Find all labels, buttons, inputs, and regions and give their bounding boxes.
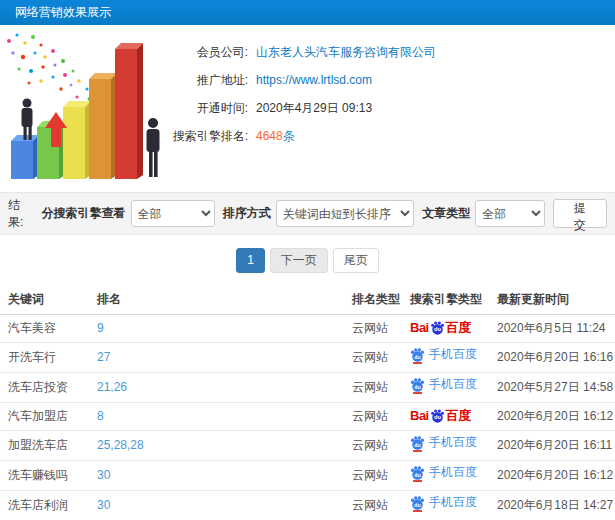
engine-cell: Bai du 百度 <box>402 403 489 431</box>
rank-cell: 21,26 <box>89 373 344 403</box>
keyword-cell: 汽车加盟店 <box>0 403 89 431</box>
col-rank: 排名 <box>89 285 344 315</box>
bar-yellow <box>63 101 91 179</box>
pagination: 1 下一页 尾页 <box>0 248 615 273</box>
open-time-value: 2020年4月29日 09:13 <box>256 100 372 117</box>
company-row: 会员公司: 山东老人头汽车服务咨询有限公司 <box>160 38 615 66</box>
engine-rank-value: 4648条 <box>256 128 295 145</box>
svg-text:du: du <box>414 384 420 390</box>
submit-button[interactable]: 提交 <box>553 199 607 228</box>
businessman-right <box>147 118 160 177</box>
rank-link[interactable]: 27 <box>97 350 110 364</box>
rank-cell: 30 <box>89 491 344 520</box>
keyword-cell: 洗车店利润 <box>0 491 89 520</box>
update-time-cell: 2020年5月27日 14:58 <box>489 373 615 403</box>
table-row: 加盟洗车店 25,28,28 云网站 du 手机百度 2020年6月20日 16… <box>0 431 615 461</box>
next-page-button[interactable]: 下一页 <box>270 248 328 273</box>
baidu-paw-icon: du <box>430 408 445 423</box>
open-time-row: 开通时间: 2020年4月29日 09:13 <box>160 94 615 122</box>
red-underline <box>413 480 422 482</box>
table-row: 洗车赚钱吗 30 云网站 du 手机百度 2020年6月20日 16:12 <box>0 461 615 491</box>
col-rank-type: 排名类型 <box>344 285 402 315</box>
update-time-cell: 2020年6月20日 16:12 <box>489 403 615 431</box>
rank-type-cell: 云网站 <box>344 343 402 373</box>
svg-text:du: du <box>414 502 420 508</box>
engine-cell: du 手机百度 <box>402 461 489 491</box>
confetti-dots <box>7 33 97 100</box>
engine-view-label: 分搜索引擎查看 <box>42 205 126 222</box>
promo-url-link[interactable]: https://www.lrtlsd.com <box>256 73 372 87</box>
titlebar: 网络营销效果展示 <box>0 0 615 25</box>
bar-orange <box>89 73 117 179</box>
engine-cell: Bai du 百度 <box>402 315 489 343</box>
article-type-select[interactable]: 全部 <box>475 200 544 227</box>
svg-text:du: du <box>414 354 420 360</box>
mobile-baidu-paw-icon: du <box>410 435 425 450</box>
rank-cell: 25,28,28 <box>89 431 344 461</box>
col-keyword: 关键词 <box>0 285 89 315</box>
sort-mode-select[interactable]: 关键词由短到长排序 <box>276 200 414 227</box>
engine-cell: du 手机百度 <box>402 343 489 373</box>
mobile-baidu-badge: du 手机百度 <box>410 465 477 480</box>
table-row: 开洗车行 27 云网站 du 手机百度 2020年6月20日 16:16 <box>0 343 615 373</box>
update-time-cell: 2020年6月5日 11:24 <box>489 315 615 343</box>
page-button-1[interactable]: 1 <box>236 248 265 273</box>
rank-link[interactable]: 8 <box>97 409 104 423</box>
svg-text:du: du <box>414 472 420 478</box>
results-table: 关键词 排名 排名类型 搜索引擎类型 最新更新时间 汽车美容 9 云网站 Bai… <box>0 285 615 520</box>
rank-link[interactable]: 9 <box>97 321 104 335</box>
rank-link[interactable]: 21,26 <box>97 380 127 394</box>
engine-rank-row: 搜索引擎排名: 4648条 <box>160 122 615 150</box>
svg-text:du: du <box>434 414 441 420</box>
rank-count: 4648 <box>256 129 283 143</box>
col-engine-type: 搜索引擎类型 <box>402 285 489 315</box>
mobile-baidu-paw-icon: du <box>410 377 425 392</box>
engine-view-select[interactable]: 全部 <box>131 200 215 227</box>
results-table-body: 汽车美容 9 云网站 Bai du 百度 2020年6月5日 11:24 开洗车… <box>0 315 615 520</box>
mobile-baidu-badge: du 手机百度 <box>410 377 477 392</box>
businessman-left <box>22 99 33 141</box>
baidu-logo: Bai du 百度 <box>410 408 471 423</box>
company-link[interactable]: 山东老人头汽车服务咨询有限公司 <box>256 44 436 61</box>
rank-type-cell: 云网站 <box>344 431 402 461</box>
baidu-paw-icon: du <box>430 320 445 335</box>
mobile-baidu-badge: du 手机百度 <box>410 435 477 450</box>
rank-type-cell: 云网站 <box>344 461 402 491</box>
filter-bar: 结果: 分搜索引擎查看 全部 排序方式 关键词由短到长排序 文章类型 全部 提交 <box>0 192 615 235</box>
last-page-button[interactable]: 尾页 <box>333 248 379 273</box>
red-underline <box>413 450 422 452</box>
table-row: 洗车店利润 30 云网站 du 手机百度 2020年6月18日 14:27 <box>0 491 615 520</box>
info-section: 会员公司: 山东老人头汽车服务咨询有限公司 推广地址: https://www.… <box>0 25 615 192</box>
mobile-baidu-paw-icon: du <box>410 347 425 362</box>
rank-type-cell: 云网站 <box>344 373 402 403</box>
bar-red <box>115 43 143 179</box>
update-time-cell: 2020年6月20日 16:12 <box>489 461 615 491</box>
bar-blue <box>11 135 39 179</box>
rank-unit: 条 <box>283 129 295 143</box>
growth-chart-illustration <box>0 27 180 191</box>
engine-cell: du 手机百度 <box>402 373 489 403</box>
rank-cell: 8 <box>89 403 344 431</box>
red-underline <box>413 510 422 512</box>
rank-type-cell: 云网站 <box>344 403 402 431</box>
rank-link[interactable]: 25,28,28 <box>97 438 144 452</box>
table-row: 汽车美容 9 云网站 Bai du 百度 2020年6月5日 11:24 <box>0 315 615 343</box>
keyword-cell: 加盟洗车店 <box>0 431 89 461</box>
rank-type-cell: 云网站 <box>344 315 402 343</box>
promo-url-row: 推广地址: https://www.lrtlsd.com <box>160 66 615 94</box>
mobile-baidu-badge: du 手机百度 <box>410 495 477 510</box>
red-underline <box>413 362 422 364</box>
keyword-cell: 洗车赚钱吗 <box>0 461 89 491</box>
baidu-logo: Bai du 百度 <box>410 320 471 335</box>
keyword-cell: 汽车美容 <box>0 315 89 343</box>
keyword-cell: 开洗车行 <box>0 343 89 373</box>
col-update-time: 最新更新时间 <box>489 285 615 315</box>
engine-cell: du 手机百度 <box>402 431 489 461</box>
red-underline <box>413 392 422 394</box>
mobile-baidu-badge: du 手机百度 <box>410 347 477 362</box>
update-time-cell: 2020年6月20日 16:16 <box>489 343 615 373</box>
table-row: 汽车加盟店 8 云网站 Bai du 百度 2020年6月20日 16:12 <box>0 403 615 431</box>
table-row: 洗车店投资 21,26 云网站 du 手机百度 2020年5月27日 14:58 <box>0 373 615 403</box>
rank-link[interactable]: 30 <box>97 498 110 512</box>
rank-link[interactable]: 30 <box>97 468 110 482</box>
